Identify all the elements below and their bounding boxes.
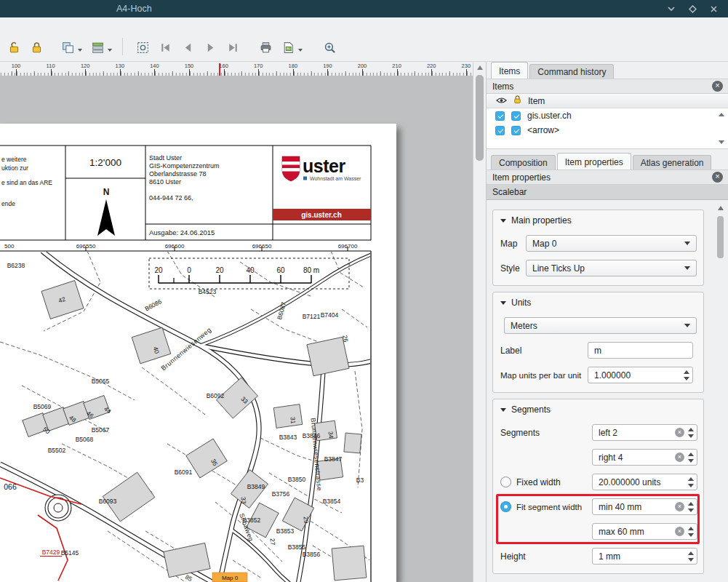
svg-text:Oberlandstrasse 78: Oberlandstrasse 78 bbox=[149, 170, 207, 178]
qgis-composer-window: A4-Hoch 10011012013014015016017018019020… bbox=[0, 0, 728, 582]
unlock-icon[interactable] bbox=[4, 36, 24, 56]
next-item-icon[interactable] bbox=[201, 36, 220, 56]
spinner-arrows[interactable] bbox=[688, 527, 694, 537]
zoom-tool-icon[interactable] bbox=[320, 36, 340, 56]
chevron-down-icon[interactable] bbox=[667, 6, 676, 12]
previous-item-icon[interactable] bbox=[178, 36, 198, 56]
composition-canvas[interactable]: BrunnenwiesenwegBrunnenwiesenstrasseSilb… bbox=[0, 76, 473, 582]
svg-text:uktion zur: uktion zur bbox=[1, 164, 28, 172]
properties-scrollbar[interactable] bbox=[716, 204, 725, 350]
svg-text:B5502: B5502 bbox=[48, 447, 66, 454]
svg-text:696700: 696700 bbox=[338, 243, 358, 250]
page-map[interactable]: BrunnenwiesenwegBrunnenwiesenstrasseSilb… bbox=[0, 124, 396, 582]
units-combobox[interactable]: Meters bbox=[504, 317, 697, 334]
scroll-up-icon[interactable] bbox=[718, 206, 724, 210]
panel-mid-tabs: Composition Item properties Atlas genera… bbox=[487, 153, 728, 170]
svg-text:B3843: B3843 bbox=[279, 434, 297, 441]
canvas-vertical-scrollbar[interactable] bbox=[473, 62, 486, 582]
map-units-per-bar-unit-row: Map units per bar unit 1.000000 bbox=[500, 367, 697, 383]
spinner-arrows[interactable] bbox=[688, 477, 694, 487]
unit-label-input[interactable]: m bbox=[588, 342, 693, 359]
duplicate-icon[interactable] bbox=[58, 36, 78, 56]
last-item-icon[interactable] bbox=[223, 36, 243, 56]
visibility-checkbox[interactable] bbox=[495, 111, 505, 121]
ruler-number: 220 bbox=[427, 63, 436, 69]
main-toolbar bbox=[0, 17, 728, 62]
svg-text:29: 29 bbox=[303, 517, 311, 525]
items-tree: Item gis.uster.ch<arrow> bbox=[487, 94, 728, 149]
height-spinbox[interactable]: 1 mm bbox=[592, 548, 697, 565]
zoom-full-icon[interactable] bbox=[133, 36, 153, 56]
close-icon[interactable]: × bbox=[712, 172, 723, 183]
spinner-arrows[interactable] bbox=[684, 370, 689, 380]
ruler-major-tick bbox=[431, 69, 432, 76]
print-icon[interactable] bbox=[256, 36, 276, 56]
tab-item-properties[interactable]: Item properties bbox=[557, 153, 631, 170]
group-units-title[interactable]: Units bbox=[500, 298, 697, 308]
tab-command-history[interactable]: Command history bbox=[529, 64, 614, 79]
fit-segment-width-radio[interactable] bbox=[500, 501, 511, 512]
fixed-width-label: Fixed width bbox=[516, 477, 561, 487]
item-row[interactable]: <arrow> bbox=[487, 123, 728, 137]
spinner-arrows[interactable] bbox=[688, 551, 694, 562]
max-width-spinbox[interactable]: max 60 mm × bbox=[592, 523, 697, 540]
fixed-width-spinbox[interactable]: 20.000000 units bbox=[592, 474, 697, 490]
tab-composition[interactable]: Composition bbox=[491, 155, 556, 170]
lock-checkbox[interactable] bbox=[511, 111, 521, 121]
visibility-checkbox[interactable] bbox=[495, 126, 505, 135]
scrollbar-handle[interactable] bbox=[476, 75, 484, 161]
group-segments-title[interactable]: Segments bbox=[500, 404, 697, 415]
map-combobox[interactable]: Map 0 bbox=[526, 235, 697, 252]
first-item-icon[interactable] bbox=[156, 36, 175, 56]
titlebar-buttons bbox=[667, 5, 728, 13]
clear-icon[interactable]: × bbox=[675, 453, 684, 462]
tab-items[interactable]: Items bbox=[491, 62, 528, 79]
svg-text:20: 20 bbox=[154, 266, 163, 274]
svg-text:B5068: B5068 bbox=[76, 436, 94, 443]
label-row: Label m bbox=[500, 342, 697, 359]
ruler-major-tick bbox=[258, 69, 259, 76]
lock-column-icon bbox=[513, 95, 521, 106]
close-icon[interactable]: × bbox=[712, 81, 723, 92]
segments-left-spinbox[interactable]: left 2 × bbox=[592, 424, 697, 441]
svg-text:B5065: B5065 bbox=[92, 378, 110, 385]
svg-text:B3853: B3853 bbox=[276, 527, 295, 535]
clear-icon[interactable]: × bbox=[675, 527, 684, 536]
align-items-icon[interactable] bbox=[88, 36, 108, 56]
composition-page[interactable]: BrunnenwiesenwegBrunnenwiesenstrasseSilb… bbox=[0, 124, 396, 582]
tab-atlas-generation[interactable]: Atlas generation bbox=[633, 155, 712, 170]
chevron-down-icon bbox=[684, 324, 690, 327]
svg-text:Map 0: Map 0 bbox=[222, 575, 239, 581]
item-properties-header: Item properties × bbox=[487, 170, 728, 185]
scroll-up-icon[interactable] bbox=[477, 65, 483, 70]
map-units-per-bar-unit-spinbox[interactable]: 1.000000 bbox=[588, 367, 693, 383]
tree-scroll-down-icon[interactable] bbox=[719, 140, 724, 144]
spinner-arrows[interactable] bbox=[688, 428, 694, 438]
style-combobox[interactable]: Line Ticks Up bbox=[526, 260, 697, 276]
item-row[interactable]: gis.uster.ch bbox=[487, 108, 728, 123]
svg-text:80 m: 80 m bbox=[303, 266, 319, 274]
style-row: Style Line Ticks Up bbox=[500, 260, 697, 276]
tree-scroll-up-icon[interactable] bbox=[719, 113, 724, 116]
fixed-width-radio[interactable] bbox=[500, 477, 511, 487]
maximize-icon[interactable] bbox=[689, 5, 697, 13]
scrollbar-handle[interactable] bbox=[717, 216, 724, 258]
ruler-major-tick bbox=[120, 69, 121, 76]
min-width-spinbox[interactable]: min 40 mm × bbox=[592, 498, 697, 515]
segments-right-spinbox[interactable]: right 4 × bbox=[592, 449, 697, 466]
export-image-icon[interactable] bbox=[279, 36, 298, 56]
ruler-number: 130 bbox=[116, 63, 125, 69]
svg-text:33: 33 bbox=[240, 497, 248, 505]
spinner-arrows[interactable] bbox=[688, 453, 694, 463]
lock-checkbox[interactable] bbox=[511, 126, 521, 135]
ruler-number: 140 bbox=[150, 63, 159, 69]
collapse-arrow-icon bbox=[500, 301, 506, 305]
clear-icon[interactable]: × bbox=[675, 428, 684, 437]
clear-icon[interactable]: × bbox=[675, 502, 684, 511]
spinner-arrows[interactable] bbox=[688, 502, 694, 512]
lock-icon[interactable] bbox=[27, 36, 47, 56]
close-icon[interactable] bbox=[710, 5, 718, 13]
item-label: <arrow> bbox=[527, 125, 559, 135]
svg-text:B3849: B3849 bbox=[247, 483, 265, 490]
group-main-title[interactable]: Main properties bbox=[500, 215, 697, 226]
